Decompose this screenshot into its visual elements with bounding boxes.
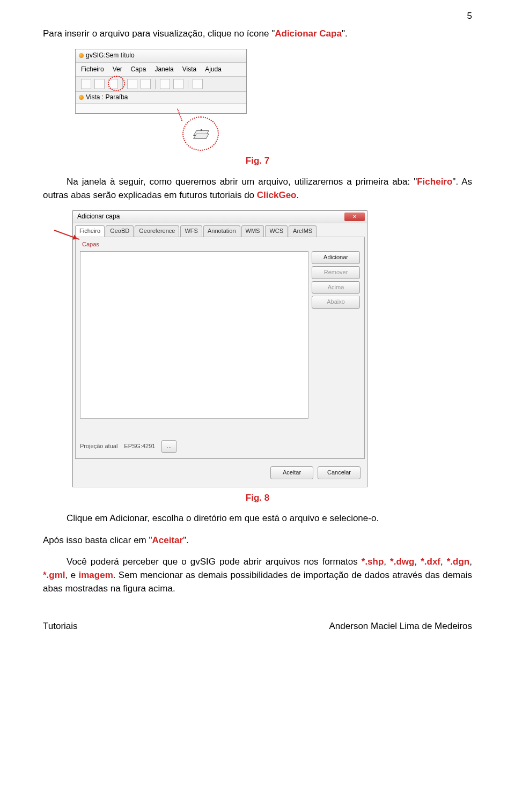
highlight-aceitar: Aceitar bbox=[152, 535, 183, 545]
menu-item[interactable]: Ficheiro bbox=[81, 65, 104, 74]
view-tab-label[interactable]: Vista : Paraíba bbox=[86, 93, 128, 102]
text: , e bbox=[65, 570, 79, 580]
acima-button[interactable]: Acima bbox=[312, 281, 360, 294]
tools-icon[interactable] bbox=[173, 79, 183, 89]
menu-item[interactable]: Capa bbox=[131, 65, 146, 74]
text: ". bbox=[183, 535, 189, 545]
cancelar-button[interactable]: Cancelar bbox=[318, 466, 360, 479]
view-icon bbox=[79, 95, 84, 100]
footer-left: Tutoriais bbox=[43, 620, 78, 633]
figure-caption-7: Fig. 7 bbox=[43, 155, 472, 168]
add-layer-icon-zoom: + bbox=[194, 128, 208, 139]
text: ". bbox=[342, 28, 348, 39]
screenshot-toolbar: gvSIG:Sem título Ficheiro Ver Capa Janel… bbox=[75, 49, 247, 152]
paragraph-2: Na janela à seguir, como queremos abrir … bbox=[43, 175, 472, 202]
other-icon[interactable] bbox=[193, 79, 203, 89]
tab-wfs[interactable]: WFS bbox=[180, 225, 202, 237]
layer-manage-icon[interactable] bbox=[141, 79, 151, 89]
text: , bbox=[469, 557, 472, 567]
tab-ficheiro[interactable]: Ficheiro bbox=[75, 225, 105, 237]
close-icon[interactable]: ✕ bbox=[344, 213, 365, 221]
text: , bbox=[414, 557, 421, 567]
text: Na janela à seguir, como queremos abrir … bbox=[67, 177, 417, 187]
menu-item[interactable]: Vista bbox=[182, 65, 196, 74]
new-icon[interactable] bbox=[81, 79, 91, 89]
annotation-zoom-bubble: + bbox=[182, 116, 219, 151]
capas-label: Capas bbox=[82, 240, 360, 249]
text: Você poderá perceber que o gvSIG pode ab… bbox=[67, 557, 362, 567]
text: , bbox=[384, 557, 390, 567]
paragraph-intro: Para inserir o arquivo para visualização… bbox=[43, 27, 472, 41]
tab-georeference[interactable]: Georeference bbox=[135, 225, 179, 237]
highlight-adicionar-capa: Adicionar Capa bbox=[275, 28, 342, 39]
screenshot-dialog: Adicionar capa ✕ Ficheiro GeoBD Georefer… bbox=[72, 210, 367, 487]
open-icon[interactable] bbox=[94, 79, 105, 89]
ext-gml: *.gml bbox=[43, 570, 65, 580]
page-footer: Tutoriais Anderson Maciel Lima de Medeir… bbox=[43, 620, 472, 633]
props-icon[interactable] bbox=[160, 79, 170, 89]
tab-wcs[interactable]: WCS bbox=[265, 225, 288, 237]
separator bbox=[188, 79, 188, 89]
tab-geobd[interactable]: GeoBD bbox=[106, 225, 134, 237]
window-title: gvSIG:Sem título bbox=[86, 51, 135, 60]
ext-imagem: imagem bbox=[79, 570, 113, 580]
text: , bbox=[440, 557, 447, 567]
projection-value: EPSG:4291 bbox=[124, 442, 155, 451]
menu-item[interactable]: Janela bbox=[154, 65, 173, 74]
tab-wms[interactable]: WMS bbox=[241, 225, 264, 237]
separator bbox=[122, 79, 123, 89]
highlight-ficheiro: Ficheiro bbox=[417, 177, 452, 187]
separator bbox=[155, 79, 156, 89]
projection-label: Projeção atual bbox=[80, 442, 117, 451]
aceitar-button[interactable]: Aceitar bbox=[270, 466, 313, 479]
text: Para inserir o arquivo para visualização… bbox=[43, 28, 275, 39]
menu-item[interactable]: Ajuda bbox=[205, 65, 222, 74]
tab-annotation[interactable]: Annotation bbox=[203, 225, 240, 237]
highlight-clickgeo: ClickGeo bbox=[257, 190, 297, 200]
figure-caption-8: Fig. 8 bbox=[43, 492, 472, 505]
ext-dwg: *.dwg bbox=[390, 557, 414, 567]
menu-item[interactable]: Ver bbox=[113, 65, 122, 74]
projection-browse-button[interactable]: ... bbox=[161, 440, 176, 453]
ext-shp: *.shp bbox=[362, 557, 384, 567]
add-layer-icon[interactable] bbox=[127, 79, 137, 89]
app-icon bbox=[79, 53, 84, 58]
save-icon[interactable] bbox=[108, 79, 118, 89]
ext-dxf: *.dxf bbox=[421, 557, 440, 567]
paragraph-3c: Você poderá perceber que o gvSIG pode ab… bbox=[43, 555, 472, 595]
ext-dgn: *.dgn bbox=[447, 557, 470, 567]
tab-arcims[interactable]: ArcIMS bbox=[289, 225, 317, 237]
footer-right: Anderson Maciel Lima de Medeiros bbox=[329, 620, 472, 633]
abaixo-button[interactable]: Abaixo bbox=[312, 296, 360, 309]
text: Após isso basta clicar em " bbox=[43, 535, 152, 545]
paragraph-3b: Após isso basta clicar em "Aceitar". bbox=[43, 534, 472, 547]
adicionar-button[interactable]: Adicionar bbox=[312, 251, 360, 264]
paragraph-3a: Clique em Adicionar, escolha o diretório… bbox=[43, 512, 472, 525]
dialog-title: Adicionar capa bbox=[77, 212, 120, 221]
remover-button[interactable]: Remover bbox=[312, 266, 360, 279]
page-number: 5 bbox=[43, 10, 472, 23]
text: . bbox=[296, 190, 299, 200]
layers-listbox[interactable] bbox=[80, 251, 308, 419]
